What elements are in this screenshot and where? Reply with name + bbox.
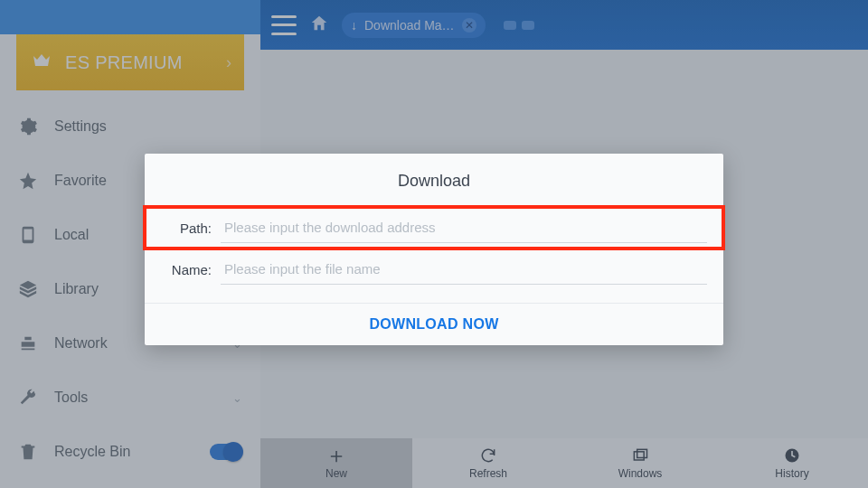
download-dialog: Download Path: Name: DOWNLOAD NOW	[145, 154, 723, 345]
path-input[interactable]	[221, 212, 707, 243]
name-input[interactable]	[221, 254, 707, 285]
name-label: Name:	[161, 262, 212, 277]
download-now-button[interactable]: DOWNLOAD NOW	[145, 304, 723, 345]
dialog-name-row: Name:	[145, 249, 723, 290]
app-root: ↓ Download Ma… ✕ ES PREMIUM › Settings F…	[0, 0, 868, 488]
path-label: Path:	[161, 221, 212, 236]
dialog-title: Download	[145, 154, 723, 207]
dialog-path-row: Path:	[145, 207, 723, 249]
